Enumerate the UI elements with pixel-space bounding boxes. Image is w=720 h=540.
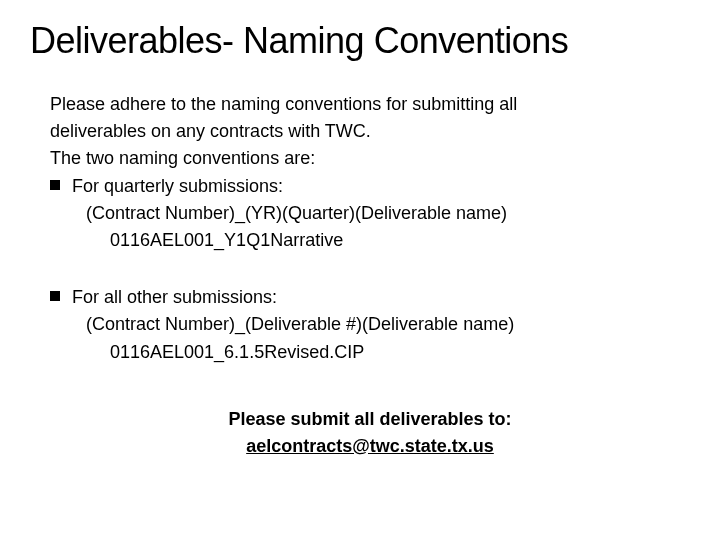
square-bullet-icon bbox=[50, 291, 60, 301]
footer-block: Please submit all deliverables to: aelco… bbox=[50, 407, 690, 459]
bullet-item-other: For all other submissions: bbox=[50, 285, 690, 310]
square-bullet-icon bbox=[50, 180, 60, 190]
bullet-label-other: For all other submissions: bbox=[72, 285, 690, 310]
pattern-other: (Contract Number)_(Deliverable #)(Delive… bbox=[50, 312, 690, 337]
bullet-item-quarterly: For quarterly submissions: bbox=[50, 174, 690, 199]
intro-line-3: The two naming conventions are: bbox=[50, 146, 690, 171]
page-title: Deliverables- Naming Conventions bbox=[30, 20, 690, 62]
footer-prompt: Please submit all deliverables to: bbox=[150, 407, 590, 432]
footer-email: aelcontracts@twc.state.tx.us bbox=[150, 434, 590, 459]
bullet-label-quarterly: For quarterly submissions: bbox=[72, 174, 690, 199]
intro-line-2: deliverables on any contracts with TWC. bbox=[50, 119, 690, 144]
bullet-section-2: For all other submissions: (Contract Num… bbox=[50, 285, 690, 365]
email-link[interactable]: aelcontracts@twc.state.tx.us bbox=[246, 436, 494, 456]
example-quarterly: 0116AEL001_Y1Q1Narrative bbox=[50, 228, 690, 253]
example-other: 0116AEL001_6.1.5Revised.CIP bbox=[50, 340, 690, 365]
bullet-section-1: For quarterly submissions: (Contract Num… bbox=[50, 174, 690, 254]
content-body: Please adhere to the naming conventions … bbox=[30, 92, 690, 459]
pattern-quarterly: (Contract Number)_(YR)(Quarter)(Delivera… bbox=[50, 201, 690, 226]
intro-line-1: Please adhere to the naming conventions … bbox=[50, 92, 690, 117]
